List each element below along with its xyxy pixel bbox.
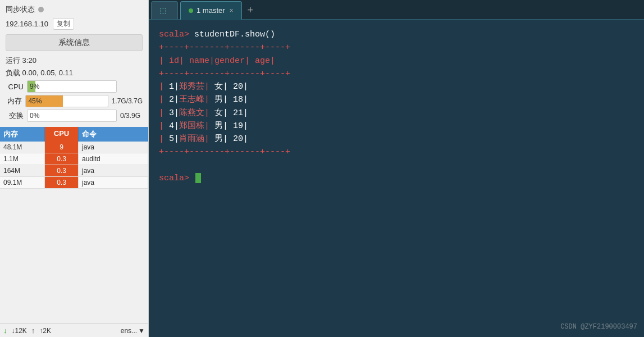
proc-mem-1: 1.1M <box>0 153 45 165</box>
watermark: CSDN @ZYF2190003497 <box>560 322 637 333</box>
proc-cmd-1: auditd <box>79 153 148 165</box>
cpu-bar-outer: 9% <box>27 80 117 93</box>
load-row: 负载 0.00, 0.05, 0.11 <box>6 68 143 78</box>
table-header-line: | id| name|gender| age| <box>159 56 275 66</box>
table-row: 1.1M 0.3 auditd <box>0 153 148 165</box>
cpu-bar-row: CPU 9% <box>6 80 143 93</box>
col-header-cmd: 命令 <box>79 127 148 142</box>
sync-dot-icon <box>38 7 44 12</box>
terminal-separator-mid: +----+-------+------+----+ <box>159 67 634 80</box>
proc-mem-2: 164M <box>0 165 45 176</box>
ensemble-label: ens... <box>121 327 137 335</box>
proc-cmd-3: java <box>79 177 148 188</box>
tab-active-dot <box>189 8 193 13</box>
prompt-1: scala> <box>159 30 189 39</box>
cpu-percent-text: 9% <box>30 83 39 90</box>
sys-info-button[interactable]: 系统信息 <box>6 34 143 51</box>
table-row: 164M 0.3 java <box>0 165 148 177</box>
terminal-separator-top: +----+-------+------+----+ <box>159 41 634 54</box>
right-panel: ⬚ 1 master × + scala> studentDF.show() +… <box>149 0 644 337</box>
upload-icon: ↑ <box>31 326 35 335</box>
ip-row: 192.168.1.10 复制 <box>6 18 143 30</box>
terminal-cursor <box>195 173 201 183</box>
sync-status-row: 同步状态 <box>6 4 143 15</box>
file-tab-icon: ⬚ <box>159 6 166 15</box>
table-top-line: +----+-------+------+----+ <box>159 43 290 52</box>
tab-active-label: 1 master <box>197 6 225 15</box>
proc-cpu-2: 0.3 <box>45 165 79 176</box>
tab-active-master[interactable]: 1 master × <box>180 1 242 20</box>
swap-detail-text: 0/3.9G <box>120 112 140 120</box>
terminal-separator-bottom: +----+-------+------+----+ <box>159 145 634 158</box>
terminal-row-4: | 4|郑国栋| 男| 19| <box>159 120 634 133</box>
proc-mem-0: 48.1M <box>0 142 45 153</box>
load-label: 负载 0.00, 0.05, 0.11 <box>6 68 73 78</box>
proc-cpu-0: 9 <box>45 142 79 153</box>
mem-percent-text: 45% <box>28 97 42 105</box>
ensemble-button[interactable]: ens... ▼ <box>121 327 145 335</box>
proc-mem-3: 09.1M <box>0 177 45 188</box>
swap-percent-text: 0% <box>30 112 39 120</box>
sync-status-label: 同步状态 <box>6 4 35 15</box>
process-table: 内存 CPU 命令 48.1M 9 java 1.1M 0.3 auditd 1… <box>0 127 148 324</box>
left-panel: 同步状态 192.168.1.10 复制 系统信息 运行 3:20 负载 0.0… <box>0 0 149 337</box>
tab-close-button[interactable]: × <box>230 7 234 15</box>
process-table-header: 内存 CPU 命令 <box>0 127 148 142</box>
proc-cpu-3: 0.3 <box>45 177 79 188</box>
proc-cmd-0: java <box>79 142 148 153</box>
terminal-row-2: | 2|王志峰| 男| 18| <box>159 93 634 106</box>
download-icon: ↓ <box>3 326 7 335</box>
uptime-row: 运行 3:20 <box>6 56 143 66</box>
uptime-label: 运行 3:20 <box>6 56 36 66</box>
download-speed: ↓12K <box>12 327 27 335</box>
table-row: 09.1M 0.3 java <box>0 177 148 189</box>
table-row: 48.1M 9 java <box>0 142 148 153</box>
mem-detail-text: 1.7G/3.7G <box>112 97 143 105</box>
chevron-down-icon: ▼ <box>138 327 145 335</box>
table-cell-pipe-1a: | <box>159 82 164 92</box>
swap-bar-outer: 0% <box>27 110 117 122</box>
terminal-row-1: | 1|郑秀芸| 女| 20| <box>159 80 634 93</box>
cmd-1: studentDF.show() <box>189 30 275 39</box>
terminal-row-3: | 3|陈燕文| 女| 21| <box>159 107 634 120</box>
ip-address: 192.168.1.10 <box>6 20 48 28</box>
tab-bar: ⬚ 1 master × + <box>149 0 644 20</box>
network-bottom-bar: ↓ ↓12K ↑ ↑2K ens... ▼ <box>0 324 148 337</box>
col-header-mem: 内存 <box>0 127 45 142</box>
terminal-area[interactable]: scala> studentDF.show() +----+-------+--… <box>149 20 644 337</box>
mem-bar-row: 内存 45% 1.7G/3.7G <box>6 95 143 107</box>
terminal-header-row: | id| name|gender| age| <box>159 54 634 67</box>
proc-cpu-1: 0.3 <box>45 153 79 165</box>
prompt-2: scala> <box>159 174 189 183</box>
tab-add-button[interactable]: + <box>242 1 259 19</box>
col-header-cpu: CPU <box>45 127 79 142</box>
swap-label: 交换 <box>6 111 24 121</box>
proc-cmd-2: java <box>79 165 148 176</box>
terminal-prompt-line-2: scala> <box>159 172 634 185</box>
copy-button[interactable]: 复制 <box>53 18 74 30</box>
table-bottom-line: +----+-------+------+----+ <box>159 147 290 157</box>
table-mid-line: +----+-------+------+----+ <box>159 69 290 79</box>
upload-speed: ↑2K <box>39 327 51 335</box>
left-top: 同步状态 192.168.1.10 复制 系统信息 运行 3:20 负载 0.0… <box>0 0 148 127</box>
mem-bar-outer: 45% <box>25 95 108 107</box>
terminal-row-5: | 5|肖雨涵| 男| 20| <box>159 133 634 145</box>
cpu-label: CPU <box>6 83 24 91</box>
mem-label: 内存 <box>6 96 22 106</box>
terminal-line-cmd: scala> studentDF.show() <box>159 28 634 41</box>
tab-inactive-file[interactable]: ⬚ <box>151 1 178 19</box>
swap-bar-row: 交换 0% 0/3.9G <box>6 110 143 122</box>
